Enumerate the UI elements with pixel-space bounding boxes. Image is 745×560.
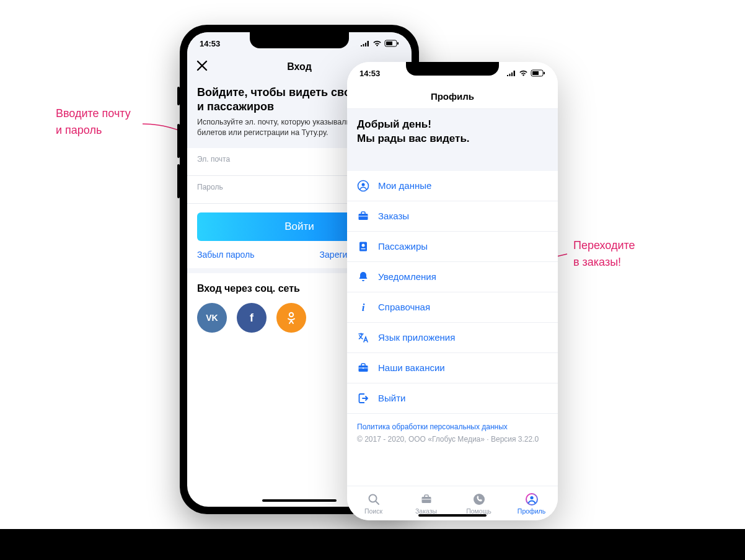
svg-rect-14 bbox=[361, 248, 366, 249]
vk-icon: VK bbox=[205, 310, 219, 325]
copyright: © 2017 - 2020, ООО «Глобус Медиа» · Верс… bbox=[357, 435, 548, 444]
svg-text:i: i bbox=[362, 302, 365, 313]
info-icon: i bbox=[357, 301, 369, 313]
svg-rect-11 bbox=[359, 214, 368, 220]
menu-item-уведомления[interactable]: Уведомления bbox=[347, 262, 558, 292]
status-indicators bbox=[506, 69, 545, 77]
forgot-password-link[interactable]: Забыл пароль bbox=[197, 250, 254, 260]
translate-icon bbox=[357, 331, 369, 344]
ok-icon bbox=[284, 311, 298, 325]
vk-button[interactable]: VK bbox=[197, 303, 227, 333]
notch bbox=[406, 62, 499, 76]
svg-point-22 bbox=[530, 496, 533, 499]
menu-item-label: Мои данные bbox=[378, 180, 431, 191]
phone-side-button bbox=[177, 124, 180, 158]
menu-item-заказы[interactable]: Заказы bbox=[347, 201, 558, 232]
annotation-text: и пароль bbox=[56, 122, 131, 139]
menu-item-label: Выйти bbox=[378, 393, 405, 403]
annotation-text: Вводите почту bbox=[56, 105, 131, 122]
privacy-link[interactable]: Политика обработки персональных данных bbox=[357, 422, 508, 431]
menu-item-label: Справочная bbox=[378, 302, 430, 312]
cellular-icon bbox=[360, 40, 370, 47]
status-indicators bbox=[360, 40, 399, 47]
phone-side-button bbox=[177, 87, 180, 105]
cellular-icon bbox=[506, 70, 516, 77]
svg-rect-2 bbox=[397, 42, 399, 45]
menu-item-справочная[interactable]: iСправочная bbox=[347, 292, 558, 323]
svg-point-13 bbox=[362, 243, 365, 247]
tab-label: Поиск bbox=[364, 507, 382, 515]
close-button[interactable] bbox=[196, 59, 208, 74]
menu-item-выйти[interactable]: Выйти bbox=[347, 383, 558, 414]
user-circle-icon bbox=[525, 492, 539, 506]
search-icon bbox=[367, 492, 381, 506]
menu-item-label: Уведомления bbox=[378, 271, 436, 282]
tab-поиск[interactable]: Поиск bbox=[347, 486, 400, 520]
password-label: Пароль bbox=[197, 183, 223, 191]
annotation-text: Переходите bbox=[573, 237, 635, 254]
greeting-line: Мы рады вас видеть. bbox=[357, 132, 548, 146]
menu-item-мои-данные[interactable]: Мои данные bbox=[347, 171, 558, 201]
nav-bar: Профиль bbox=[347, 84, 558, 109]
phone-profile: 14:53 Профиль Добрый день! Мы рады вас в… bbox=[347, 62, 558, 520]
annotation-text: в заказы! bbox=[573, 254, 635, 271]
phone-icon bbox=[472, 492, 486, 506]
profile-menu: Мои данныеЗаказыПассажирыУведомленияiСпр… bbox=[347, 171, 558, 414]
annotation-email: Вводите почту и пароль bbox=[56, 105, 131, 139]
ok-button[interactable] bbox=[276, 303, 306, 333]
menu-item-label: Заказы bbox=[378, 211, 409, 221]
close-icon bbox=[196, 59, 208, 72]
facebook-button[interactable]: f bbox=[237, 303, 267, 333]
logout-icon bbox=[357, 392, 369, 405]
tab-label: Профиль bbox=[518, 507, 545, 515]
svg-rect-19 bbox=[421, 497, 431, 503]
email-label: Эл. почта bbox=[197, 155, 230, 164]
notch bbox=[250, 32, 349, 48]
login-button-label: Войти bbox=[284, 221, 314, 232]
wifi-icon bbox=[372, 40, 382, 47]
svg-rect-8 bbox=[544, 72, 545, 74]
menu-item-наши-вакансии[interactable]: Наши вакансии bbox=[347, 353, 558, 383]
phone-side-button bbox=[177, 164, 180, 198]
passport-icon bbox=[357, 240, 369, 253]
svg-text:VK: VK bbox=[206, 313, 218, 323]
menu-item-пассажиры[interactable]: Пассажиры bbox=[347, 232, 558, 262]
bottom-bar bbox=[0, 529, 745, 560]
briefcase-icon bbox=[420, 492, 433, 506]
menu-item-label: Наши вакансии bbox=[378, 362, 445, 373]
user-circle-icon bbox=[357, 180, 369, 192]
home-indicator bbox=[262, 499, 337, 502]
svg-rect-1 bbox=[386, 42, 392, 45]
menu-item-label: Язык приложения bbox=[378, 332, 455, 343]
briefcase2-icon bbox=[357, 362, 369, 374]
home-indicator bbox=[418, 514, 487, 517]
annotation-orders: Переходите в заказы! bbox=[573, 237, 635, 271]
briefcase-icon bbox=[357, 210, 369, 222]
nav-title: Вход bbox=[287, 61, 312, 72]
svg-point-10 bbox=[362, 183, 365, 186]
facebook-icon: f bbox=[244, 310, 259, 325]
bell-icon bbox=[357, 271, 369, 283]
tab-label: Помощь bbox=[466, 507, 492, 515]
menu-item-язык-приложения[interactable]: Язык приложения bbox=[347, 323, 558, 353]
tab-label: Заказы bbox=[415, 507, 437, 515]
svg-point-5 bbox=[289, 313, 293, 317]
svg-rect-7 bbox=[532, 71, 539, 75]
nav-title: Профиль bbox=[431, 91, 474, 102]
greeting: Добрый день! Мы рады вас видеть. bbox=[347, 109, 558, 171]
battery-icon bbox=[531, 69, 545, 77]
svg-text:f: f bbox=[250, 312, 254, 324]
menu-item-label: Пассажиры bbox=[378, 241, 428, 252]
greeting-line: Добрый день! bbox=[357, 118, 548, 132]
status-time: 14:53 bbox=[359, 69, 380, 78]
status-time: 14:53 bbox=[200, 39, 220, 48]
wifi-icon bbox=[519, 70, 528, 77]
footer-legal: Политика обработки персональных данных ©… bbox=[347, 414, 558, 447]
tab-профиль[interactable]: Профиль bbox=[505, 486, 558, 520]
battery-icon bbox=[384, 40, 399, 47]
